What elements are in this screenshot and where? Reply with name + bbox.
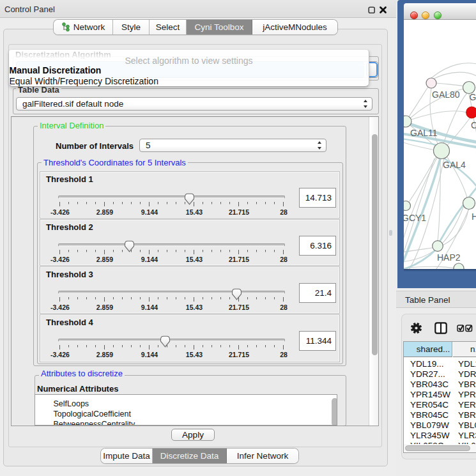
svg-text:GAL4: GAL4: [443, 160, 466, 170]
svg-text:H: H: [472, 211, 476, 222]
svg-text:GA: GA: [470, 92, 476, 102]
svg-text:GAL11: GAL11: [410, 128, 438, 138]
svg-text:GCY1: GCY1: [404, 213, 426, 223]
svg-text:GAL80: GAL80: [432, 89, 460, 100]
svg-text:C: C: [471, 120, 476, 130]
svg-text:HAP2: HAP2: [437, 252, 461, 263]
